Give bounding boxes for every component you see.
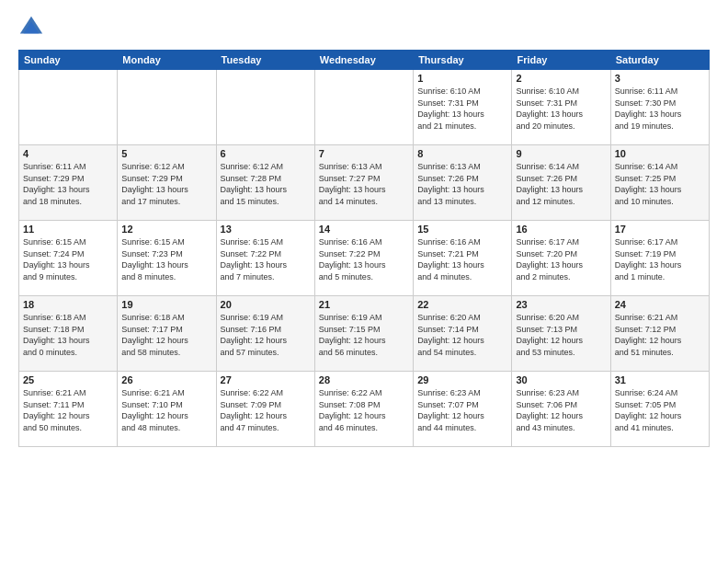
weekday-header-tuesday: Tuesday [216,51,314,70]
day-info: Sunrise: 6:15 AM Sunset: 7:24 PM Dayligh… [23,236,113,282]
day-info: Sunrise: 6:11 AM Sunset: 7:30 PM Dayligh… [615,86,705,132]
day-info: Sunrise: 6:11 AM Sunset: 7:29 PM Dayligh… [23,161,113,207]
day-number: 28 [319,374,409,385]
calendar-cell: 28Sunrise: 6:22 AM Sunset: 7:08 PM Dayli… [314,372,413,447]
week-row-2: 4Sunrise: 6:11 AM Sunset: 7:29 PM Daylig… [19,145,710,221]
day-number: 4 [23,148,113,159]
calendar-cell: 1Sunrise: 6:10 AM Sunset: 7:31 PM Daylig… [414,70,512,145]
calendar-cell: 18Sunrise: 6:18 AM Sunset: 7:18 PM Dayli… [19,296,118,372]
day-info: Sunrise: 6:19 AM Sunset: 7:15 PM Dayligh… [319,312,409,358]
day-info: Sunrise: 6:16 AM Sunset: 7:22 PM Dayligh… [319,236,409,282]
calendar-cell: 24Sunrise: 6:21 AM Sunset: 7:12 PM Dayli… [610,296,709,372]
day-number: 23 [516,299,606,310]
day-info: Sunrise: 6:22 AM Sunset: 7:09 PM Dayligh… [221,387,311,433]
day-number: 16 [516,224,606,235]
calendar-cell: 6Sunrise: 6:12 AM Sunset: 7:28 PM Daylig… [216,145,314,221]
week-row-3: 11Sunrise: 6:15 AM Sunset: 7:24 PM Dayli… [19,221,710,296]
day-info: Sunrise: 6:23 AM Sunset: 7:06 PM Dayligh… [516,387,606,433]
day-info: Sunrise: 6:12 AM Sunset: 7:28 PM Dayligh… [221,161,311,207]
weekday-header-monday: Monday [118,51,216,70]
calendar-cell: 4Sunrise: 6:11 AM Sunset: 7:29 PM Daylig… [19,145,118,221]
day-number: 19 [121,299,211,310]
week-row-1: 1Sunrise: 6:10 AM Sunset: 7:31 PM Daylig… [19,70,710,145]
calendar-cell: 21Sunrise: 6:19 AM Sunset: 7:15 PM Dayli… [314,296,413,372]
calendar-cell: 23Sunrise: 6:20 AM Sunset: 7:13 PM Dayli… [512,296,610,372]
calendar-cell: 11Sunrise: 6:15 AM Sunset: 7:24 PM Dayli… [19,221,118,296]
calendar-cell: 3Sunrise: 6:11 AM Sunset: 7:30 PM Daylig… [610,70,709,145]
day-info: Sunrise: 6:16 AM Sunset: 7:21 PM Dayligh… [417,236,507,282]
week-row-4: 18Sunrise: 6:18 AM Sunset: 7:18 PM Dayli… [19,296,710,372]
calendar-cell: 26Sunrise: 6:21 AM Sunset: 7:10 PM Dayli… [118,372,216,447]
calendar-cell: 31Sunrise: 6:24 AM Sunset: 7:05 PM Dayli… [610,372,709,447]
day-info: Sunrise: 6:13 AM Sunset: 7:26 PM Dayligh… [417,161,507,207]
day-info: Sunrise: 6:21 AM Sunset: 7:11 PM Dayligh… [23,387,113,433]
day-number: 30 [516,374,606,385]
calendar-cell: 20Sunrise: 6:19 AM Sunset: 7:16 PM Dayli… [216,296,314,372]
calendar-cell: 9Sunrise: 6:14 AM Sunset: 7:26 PM Daylig… [512,145,610,221]
day-info: Sunrise: 6:21 AM Sunset: 7:12 PM Dayligh… [615,312,705,358]
day-number: 21 [319,299,409,310]
page: SundayMondayTuesdayWednesdayThursdayFrid… [0,0,728,563]
weekday-header-friday: Friday [512,51,610,70]
weekday-header-thursday: Thursday [414,51,512,70]
day-number: 14 [319,224,409,235]
day-info: Sunrise: 6:10 AM Sunset: 7:31 PM Dayligh… [417,86,507,132]
calendar-cell: 30Sunrise: 6:23 AM Sunset: 7:06 PM Dayli… [512,372,610,447]
day-info: Sunrise: 6:18 AM Sunset: 7:17 PM Dayligh… [121,312,211,358]
day-number: 8 [417,148,507,159]
day-number: 12 [121,224,211,235]
calendar-table: SundayMondayTuesdayWednesdayThursdayFrid… [18,50,710,447]
day-info: Sunrise: 6:22 AM Sunset: 7:08 PM Dayligh… [319,387,409,433]
day-number: 20 [221,299,311,310]
day-info: Sunrise: 6:10 AM Sunset: 7:31 PM Dayligh… [516,86,606,132]
day-number: 29 [417,374,507,385]
calendar-cell: 13Sunrise: 6:15 AM Sunset: 7:22 PM Dayli… [216,221,314,296]
day-number: 9 [516,148,606,159]
calendar-cell: 14Sunrise: 6:16 AM Sunset: 7:22 PM Dayli… [314,221,413,296]
day-info: Sunrise: 6:20 AM Sunset: 7:13 PM Dayligh… [516,312,606,358]
day-number: 11 [23,224,113,235]
calendar-cell: 15Sunrise: 6:16 AM Sunset: 7:21 PM Dayli… [414,221,512,296]
calendar-cell: 5Sunrise: 6:12 AM Sunset: 7:29 PM Daylig… [118,145,216,221]
day-number: 15 [417,224,507,235]
calendar-cell [19,70,118,145]
day-info: Sunrise: 6:17 AM Sunset: 7:19 PM Dayligh… [615,236,705,282]
day-number: 5 [121,148,211,159]
day-info: Sunrise: 6:20 AM Sunset: 7:14 PM Dayligh… [417,312,507,358]
day-number: 13 [221,224,311,235]
day-number: 1 [417,73,507,84]
calendar-cell [314,70,413,145]
day-info: Sunrise: 6:14 AM Sunset: 7:25 PM Dayligh… [615,161,705,207]
day-number: 27 [221,374,311,385]
calendar-cell: 8Sunrise: 6:13 AM Sunset: 7:26 PM Daylig… [414,145,512,221]
day-info: Sunrise: 6:15 AM Sunset: 7:23 PM Dayligh… [121,236,211,282]
day-info: Sunrise: 6:13 AM Sunset: 7:27 PM Dayligh… [319,161,409,207]
calendar-cell: 22Sunrise: 6:20 AM Sunset: 7:14 PM Dayli… [414,296,512,372]
day-number: 31 [615,374,705,385]
weekday-header-row: SundayMondayTuesdayWednesdayThursdayFrid… [19,51,710,70]
day-number: 22 [417,299,507,310]
day-info: Sunrise: 6:24 AM Sunset: 7:05 PM Dayligh… [615,387,705,433]
day-info: Sunrise: 6:15 AM Sunset: 7:22 PM Dayligh… [221,236,311,282]
day-number: 10 [615,148,705,159]
calendar-cell: 17Sunrise: 6:17 AM Sunset: 7:19 PM Dayli… [610,221,709,296]
day-number: 7 [319,148,409,159]
logo-icon [18,15,44,40]
day-number: 6 [221,148,311,159]
weekday-header-sunday: Sunday [19,51,118,70]
calendar-cell: 12Sunrise: 6:15 AM Sunset: 7:23 PM Dayli… [118,221,216,296]
day-number: 25 [23,374,113,385]
day-info: Sunrise: 6:21 AM Sunset: 7:10 PM Dayligh… [121,387,211,433]
weekday-header-wednesday: Wednesday [314,51,413,70]
calendar-cell [118,70,216,145]
calendar-cell: 29Sunrise: 6:23 AM Sunset: 7:07 PM Dayli… [414,372,512,447]
day-number: 2 [516,73,606,84]
day-info: Sunrise: 6:18 AM Sunset: 7:18 PM Dayligh… [23,312,113,358]
calendar-cell: 16Sunrise: 6:17 AM Sunset: 7:20 PM Dayli… [512,221,610,296]
calendar-cell [216,70,314,145]
day-info: Sunrise: 6:14 AM Sunset: 7:26 PM Dayligh… [516,161,606,207]
calendar-cell: 25Sunrise: 6:21 AM Sunset: 7:11 PM Dayli… [19,372,118,447]
calendar-cell: 2Sunrise: 6:10 AM Sunset: 7:31 PM Daylig… [512,70,610,145]
calendar-cell: 27Sunrise: 6:22 AM Sunset: 7:09 PM Dayli… [216,372,314,447]
day-info: Sunrise: 6:19 AM Sunset: 7:16 PM Dayligh… [221,312,311,358]
